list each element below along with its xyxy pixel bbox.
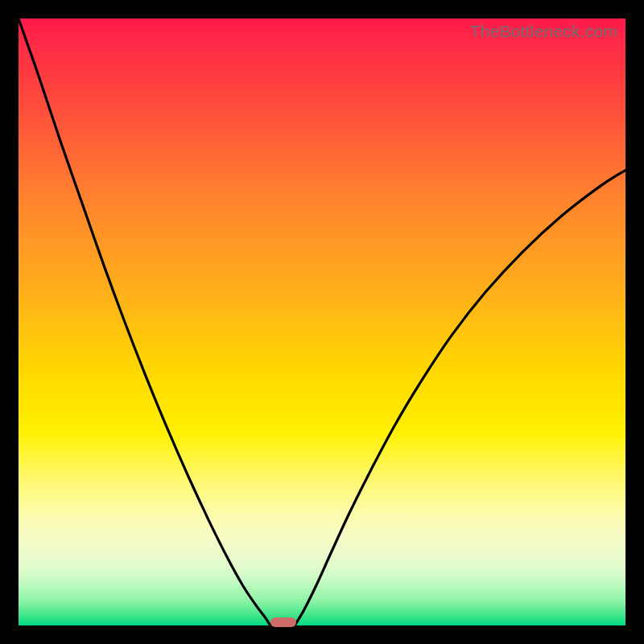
plot-area: TheBottleneck.com [19, 19, 625, 625]
curves-svg [19, 19, 625, 625]
right-curve [295, 171, 625, 626]
left-curve [19, 19, 270, 625]
minimum-marker [270, 617, 296, 627]
chart-frame: TheBottleneck.com [0, 0, 644, 644]
